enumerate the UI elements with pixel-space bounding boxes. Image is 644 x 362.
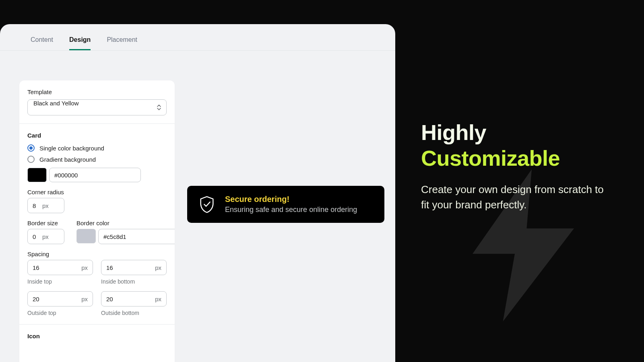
border-size-label: Border size	[27, 220, 64, 226]
card-section-title: Card	[27, 132, 167, 139]
radio-gradient-bg[interactable]: Gradient background	[27, 156, 167, 163]
icon-section-title: Icon	[27, 333, 167, 339]
corner-radius-label: Corner radius	[27, 189, 64, 195]
marketing-heading: Highly Customizable	[421, 120, 614, 171]
marketing-heading-line1: Highly	[421, 120, 486, 144]
tab-design[interactable]: Design	[69, 36, 91, 50]
marketing-copy: Highly Customizable Create your own desi…	[421, 120, 614, 213]
inside-bottom-sublabel: Inside bottom	[101, 278, 167, 285]
unit-px: px	[81, 296, 93, 302]
radio-icon	[27, 156, 35, 163]
border-color-label: Border color	[76, 220, 175, 226]
corner-radius-input[interactable]: px	[27, 198, 64, 213]
bg-color-input[interactable]	[49, 168, 141, 182]
border-color-input[interactable]	[98, 229, 175, 244]
bg-color-swatch[interactable]	[27, 168, 47, 182]
marketing-heading-line2: Customizable	[421, 146, 560, 170]
radio-gradient-bg-label: Gradient background	[39, 156, 96, 163]
border-size-input[interactable]: px	[27, 229, 64, 244]
radio-single-bg[interactable]: Single color background	[27, 144, 167, 152]
unit-px: px	[81, 264, 93, 271]
template-select[interactable]: Black and Yellow	[27, 99, 167, 115]
border-color-swatch[interactable]	[76, 229, 96, 243]
tabs: Content Design Placement	[0, 24, 395, 51]
shield-check-icon	[198, 195, 216, 214]
outside-top-sublabel: Outside top	[27, 310, 93, 316]
outside-bottom-input[interactable]: px	[101, 291, 167, 306]
tab-placement[interactable]: Placement	[107, 36, 137, 50]
unit-px: px	[155, 264, 166, 271]
unit-px: px	[42, 202, 54, 209]
outside-top-input[interactable]: px	[27, 291, 93, 306]
settings-card: Template Black and Yellow Card Single co…	[19, 80, 175, 362]
template-section: Template Black and Yellow	[19, 80, 175, 124]
icon-section: Icon	[19, 325, 175, 353]
marketing-body: Create your own design from scratch to f…	[421, 182, 614, 212]
radio-single-bg-label: Single color background	[39, 145, 104, 152]
inside-top-sublabel: Inside top	[27, 278, 93, 285]
spacing-label: Spacing	[27, 251, 167, 257]
inside-bottom-input[interactable]: px	[101, 260, 167, 275]
preview-subtitle: Ensuring safe and secure online ordering	[225, 206, 357, 214]
card-section: Card Single color background Gradient ba…	[19, 124, 175, 325]
app-panel: Content Design Placement Template Black …	[0, 24, 395, 362]
preview-card: Secure ordering! Ensuring safe and secur…	[187, 186, 384, 223]
inside-top-input[interactable]: px	[27, 260, 93, 275]
preview-title: Secure ordering!	[225, 195, 357, 204]
unit-px: px	[155, 296, 166, 302]
outside-bottom-sublabel: Outside bottom	[101, 310, 167, 316]
radio-icon	[27, 144, 35, 152]
unit-px: px	[42, 233, 54, 240]
tab-content[interactable]: Content	[31, 36, 53, 50]
template-label: Template	[27, 88, 167, 95]
